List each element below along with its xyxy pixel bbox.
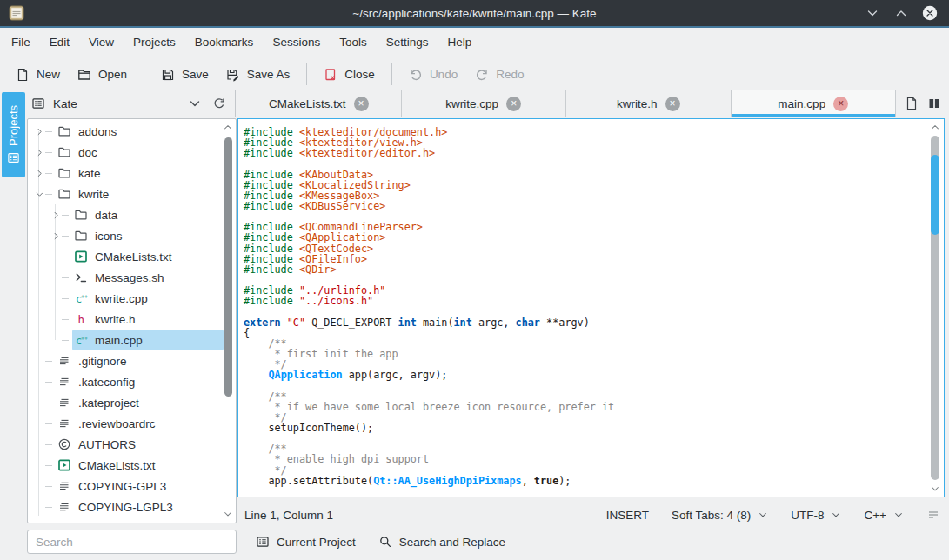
tree-item-icons[interactable]: icons — [28, 225, 224, 246]
minimize-button[interactable] — [864, 4, 881, 22]
maximize-button[interactable] — [892, 4, 910, 22]
save-as-button[interactable]: Save As — [217, 63, 299, 87]
folder-icon — [57, 166, 71, 180]
tree-item-COPYING.LIB[interactable]: COPYING.LIB — [28, 517, 224, 523]
tree-guide-dash — [45, 403, 52, 403]
chevron-down-icon[interactable] — [33, 190, 45, 199]
tree-item-label: CMakeLists.txt — [95, 250, 172, 263]
menu-file[interactable]: File — [2, 28, 40, 57]
search-and-replace-button[interactable]: Search and Replace — [370, 530, 514, 554]
tree-guide-dash — [62, 340, 69, 341]
chevron-right-icon[interactable] — [50, 210, 62, 220]
tree-item-body: AUTHORS — [56, 434, 224, 455]
tab-kwrite.cpp[interactable]: kwrite.cpp× — [402, 90, 567, 117]
open-button[interactable]: Open — [69, 63, 136, 87]
editor-scrollbar-track[interactable] — [931, 136, 939, 480]
menu-sessions[interactable]: Sessions — [263, 28, 330, 57]
text-file-icon — [57, 417, 71, 430]
code-line: extern "C" Q_DECL_EXPORT int main(int ar… — [244, 317, 614, 328]
menu-tools[interactable]: Tools — [330, 28, 377, 57]
new-button[interactable]: New — [7, 63, 69, 87]
tree-item-label: kate — [78, 167, 101, 180]
scroll-up-icon[interactable] — [928, 121, 942, 133]
redo-button[interactable]: Redo — [466, 63, 532, 87]
search-input[interactable] — [27, 530, 237, 554]
save-button[interactable]: Save — [152, 63, 217, 87]
tree-scrollbar-thumb[interactable] — [224, 137, 232, 397]
tree-item-CMakeLists.txt[interactable]: CMakeLists.txt — [28, 455, 224, 476]
scroll-up-icon[interactable] — [223, 122, 233, 132]
menu-help[interactable]: Help — [438, 28, 481, 57]
terminal-icon — [74, 270, 88, 284]
tab-main.cpp[interactable]: main.cpp× — [732, 90, 897, 117]
code-line — [244, 486, 614, 497]
chevron-down-icon[interactable] — [188, 97, 202, 110]
scroll-down-icon[interactable] — [223, 509, 233, 519]
tree-item-AUTHORS[interactable]: AUTHORS — [28, 434, 224, 455]
tab-close-icon[interactable]: × — [354, 97, 369, 111]
tab-CMakeLists.txt[interactable]: CMakeLists.txt× — [237, 90, 402, 117]
tree-item-kwrite.cpp[interactable]: c++kwrite.cpp — [28, 288, 224, 309]
close-button[interactable] — [921, 4, 939, 22]
save-as-icon — [226, 68, 240, 82]
cursor-position[interactable]: Line 1, Column 1 — [237, 509, 333, 522]
undo-button[interactable]: Undo — [400, 63, 466, 87]
tree-item-data[interactable]: data — [28, 204, 224, 225]
syntax-mode-button[interactable]: C++ — [864, 509, 904, 522]
chevron-right-icon[interactable] — [33, 169, 45, 178]
menu-projects[interactable]: Projects — [124, 28, 185, 57]
encoding-button[interactable]: UTF-8 — [791, 509, 841, 522]
tree-item-addons[interactable]: addons — [28, 121, 224, 142]
tab-close-icon[interactable]: × — [665, 97, 680, 111]
word-wrap-icon[interactable] — [926, 508, 940, 522]
scroll-down-icon[interactable] — [928, 483, 942, 495]
chevron-right-icon[interactable] — [33, 127, 45, 137]
tree-item-Messages.sh[interactable]: Messages.sh — [28, 267, 224, 288]
svg-text:++: ++ — [81, 335, 88, 342]
tree-item-.kateconfig[interactable]: .kateconfig — [28, 371, 224, 392]
tree-item-body: Messages.sh — [72, 267, 224, 288]
tree-item-body: hkwrite.h — [72, 309, 224, 330]
tab-mode-button[interactable]: Soft Tabs: 4 (8) — [672, 509, 768, 522]
editor-scrollbar-thumb[interactable] — [931, 155, 939, 235]
refresh-icon[interactable] — [212, 97, 226, 110]
code-line: setupIconTheme(); — [244, 423, 614, 433]
tab-close-icon[interactable]: × — [506, 97, 521, 111]
tree-item-main.cpp[interactable]: c++main.cpp — [28, 330, 224, 350]
chevron-down-icon — [865, 6, 879, 20]
tree-item-doc[interactable]: doc — [28, 142, 224, 163]
tree-guide-dash — [62, 277, 69, 278]
text-file-icon — [57, 500, 71, 514]
tree-guide-dash — [45, 486, 52, 487]
new-document-icon[interactable] — [905, 97, 919, 110]
tree-item-kate[interactable]: kate — [28, 163, 224, 183]
split-view-icon[interactable] — [927, 97, 941, 110]
tree-item-.kateproject[interactable]: .kateproject — [28, 392, 224, 413]
tree-item-COPYING-LGPL3[interactable]: COPYING-LGPL3 — [28, 497, 224, 517]
code-editor[interactable]: #include <ktexteditor/document.h>#includ… — [237, 118, 945, 497]
menu-edit[interactable]: Edit — [40, 28, 79, 57]
tree-item-COPYING-GPL3[interactable]: COPYING-GPL3 — [28, 476, 224, 497]
chevron-right-icon[interactable] — [50, 231, 62, 241]
chevron-right-icon[interactable] — [33, 148, 45, 157]
close-button[interactable]: Close — [315, 63, 384, 87]
current-project-button[interactable]: Current Project — [247, 530, 364, 554]
tree-item-kwrite[interactable]: kwrite — [28, 183, 224, 204]
tree-item-.gitignore[interactable]: .gitignore — [28, 350, 224, 371]
tree-item-body: .reviewboardrc — [56, 413, 224, 434]
tree-item-CMakeLists.txt[interactable]: CMakeLists.txt — [28, 246, 224, 267]
menu-bookmarks[interactable]: Bookmarks — [185, 28, 264, 57]
tab-kwrite.h[interactable]: kwrite.h× — [566, 90, 732, 117]
menu-settings[interactable]: Settings — [377, 28, 438, 57]
tree-item-.reviewboardrc[interactable]: .reviewboardrc — [28, 413, 224, 434]
projects-sidebar-tab[interactable]: Projects — [2, 92, 25, 177]
tree-item-kwrite.h[interactable]: hkwrite.h — [28, 309, 224, 330]
tree-item-body: c++kwrite.cpp — [72, 288, 224, 309]
insert-mode-label: INSERT — [606, 509, 649, 522]
insert-mode-button[interactable]: INSERT — [606, 509, 649, 522]
menu-view[interactable]: View — [79, 28, 124, 57]
tab-close-icon[interactable]: × — [833, 97, 848, 111]
tree-guide-dash — [62, 319, 69, 320]
tree-item-body: data — [72, 204, 224, 225]
tree-item-label: .kateproject — [78, 397, 139, 410]
